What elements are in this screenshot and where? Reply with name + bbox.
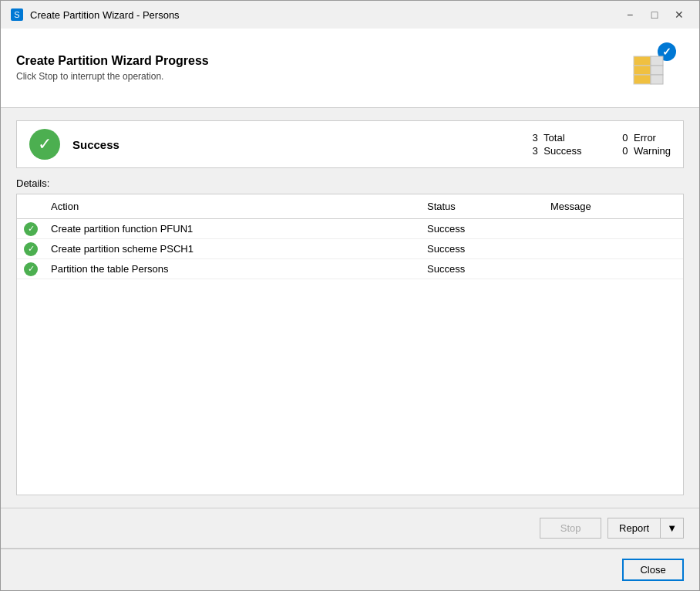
details-table: Action Status Message ✓ Create partition… bbox=[16, 194, 684, 495]
success-icon: ✓ bbox=[29, 129, 60, 160]
row-icon-3: ✓ bbox=[17, 260, 45, 279]
status-label: Success bbox=[72, 138, 119, 151]
report-button[interactable]: Report bbox=[607, 518, 660, 539]
table-header: Action Status Message bbox=[17, 194, 683, 219]
stat-total: 3 Total bbox=[523, 132, 582, 144]
success-label-stat: Success bbox=[541, 145, 582, 157]
row-status-1: Success bbox=[421, 221, 544, 237]
main-window: S Create Partition Wizard - Persons − □ … bbox=[0, 0, 700, 591]
svg-text:✓: ✓ bbox=[662, 46, 671, 58]
error-count: 0 bbox=[612, 132, 628, 144]
stat-success: 3 Success bbox=[523, 145, 582, 157]
row-icon-2: ✓ bbox=[17, 240, 45, 258]
stats-right: 0 Error 0 Warning bbox=[612, 132, 671, 157]
total-count: 3 bbox=[523, 132, 538, 144]
check-icon-1: ✓ bbox=[24, 222, 38, 236]
bottom-actions: Close bbox=[1, 549, 699, 590]
svg-rect-7 bbox=[651, 56, 663, 66]
row-status-3: Success bbox=[421, 261, 544, 277]
col-status-header: Status bbox=[421, 198, 544, 215]
success-count: 3 bbox=[523, 145, 538, 157]
stop-button[interactable]: Stop bbox=[540, 518, 601, 539]
svg-rect-6 bbox=[634, 75, 651, 84]
col-action-header: Action bbox=[45, 198, 421, 215]
row-icon-1: ✓ bbox=[17, 220, 45, 238]
wizard-title: Create Partition Wizard Progress bbox=[16, 54, 209, 68]
summary-box: ✓ Success 3 Total 3 Success bbox=[16, 120, 684, 168]
main-content: ✓ Success 3 Total 3 Success bbox=[1, 108, 699, 508]
details-label: Details: bbox=[16, 177, 684, 189]
warning-label: Warning bbox=[631, 145, 671, 157]
stat-error: 0 Error bbox=[612, 132, 671, 144]
warning-count: 0 bbox=[612, 145, 628, 157]
svg-rect-8 bbox=[651, 66, 663, 75]
row-status-2: Success bbox=[421, 241, 544, 257]
row-action-3: Partition the table Persons bbox=[45, 261, 421, 277]
close-button[interactable]: Close bbox=[622, 559, 684, 581]
svg-rect-9 bbox=[651, 75, 663, 84]
row-message-1 bbox=[544, 227, 683, 231]
maximize-button[interactable]: □ bbox=[644, 5, 665, 24]
details-section: Details: Action Status Message ✓ Cr bbox=[16, 177, 684, 495]
svg-rect-5 bbox=[634, 66, 651, 75]
stat-warning: 0 Warning bbox=[612, 145, 671, 157]
app-icon: S bbox=[10, 8, 24, 22]
window-controls: − □ ✕ bbox=[619, 5, 690, 24]
col-message-header: Message bbox=[544, 198, 683, 215]
table-row: ✓ Create partition function PFUN1 Succes… bbox=[17, 219, 683, 239]
svg-text:S: S bbox=[14, 10, 19, 19]
report-dropdown-button[interactable]: ▼ bbox=[660, 518, 684, 539]
row-message-2 bbox=[544, 247, 683, 252]
col-icon-header bbox=[17, 198, 45, 215]
table-row: ✓ Create partition scheme PSCH1 Success bbox=[17, 239, 683, 259]
row-action-2: Create partition scheme PSCH1 bbox=[45, 241, 421, 257]
error-label: Error bbox=[631, 132, 656, 144]
content-area: Create Partition Wizard Progress Click S… bbox=[1, 29, 699, 590]
stats-left: 3 Total 3 Success bbox=[523, 132, 582, 157]
wizard-subtitle: Click Stop to interrupt the operation. bbox=[16, 71, 209, 82]
header-section: Create Partition Wizard Progress Click S… bbox=[1, 29, 699, 108]
window-title: Create Partition Wizard - Persons bbox=[30, 9, 619, 21]
header-icon: ✓ bbox=[630, 41, 684, 95]
check-icon-2: ✓ bbox=[24, 242, 38, 256]
stats-container: 3 Total 3 Success 0 Error bbox=[523, 132, 671, 157]
report-button-container: Report ▼ bbox=[607, 518, 684, 539]
footer-buttons: Stop Report ▼ bbox=[1, 508, 699, 548]
row-message-3 bbox=[544, 267, 683, 272]
total-label: Total bbox=[541, 132, 565, 144]
header-text: Create Partition Wizard Progress Click S… bbox=[16, 54, 209, 82]
row-action-1: Create partition function PFUN1 bbox=[45, 221, 421, 237]
close-window-button[interactable]: ✕ bbox=[668, 5, 690, 24]
check-icon-3: ✓ bbox=[24, 262, 38, 276]
svg-rect-4 bbox=[634, 56, 651, 66]
table-row: ✓ Partition the table Persons Success bbox=[17, 259, 683, 279]
title-bar: S Create Partition Wizard - Persons − □ … bbox=[1, 1, 699, 29]
minimize-button[interactable]: − bbox=[619, 5, 641, 24]
